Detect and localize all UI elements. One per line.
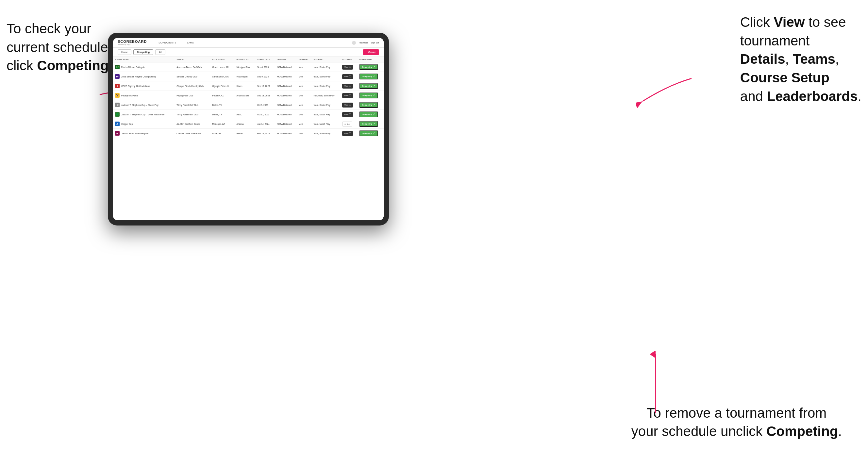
division-cell: NCAA Division I [275,91,297,100]
actions-cell: View ⓘ [340,91,357,100]
hosted-by-cell: Arizona [234,119,255,129]
col-scoring: SCORING [312,57,341,62]
tournaments-table: EVENT NAME VENUE CITY, STATE HOSTED BY S… [113,57,384,138]
nav-tournaments[interactable]: TOURNAMENTS [156,40,178,45]
col-actions: ACTIONS [340,57,357,62]
competing-badge[interactable]: Competing ✓ [359,83,378,89]
actions-cell: View ⓘ [340,82,357,91]
gender-cell: Men [297,110,312,119]
view-button[interactable]: View ⓘ [342,103,353,107]
table-container: EVENT NAME VENUE CITY, STATE HOSTED BY S… [113,57,384,220]
filter-all-button[interactable]: All [155,49,165,55]
view-button[interactable]: View ⓘ [342,131,353,136]
city-state-cell: Maricopa, AZ [211,119,235,129]
school-logo: 🌲 [115,112,120,117]
table-row: W2023 Sahalee Players ChampionshipSahale… [113,72,384,82]
competing-badge[interactable]: Competing ✓ [359,130,378,136]
table-row: ACopper CupAk-Chin Southern DunesMaricop… [113,119,384,129]
event-name: Jackson T. Stephens Cup – Men's Match Pl… [121,114,164,116]
scoring-cell: team, Stroke Play [312,129,341,138]
start-date-cell: Sep 15, 2023 [255,82,275,91]
event-name-cell: 🐉Folds of Honor Collegiate [113,62,175,72]
city-state-cell: Sammamish, WA [211,72,235,82]
gender-cell: Men [297,100,312,110]
scoring-cell: team, Match Play [312,110,341,119]
table-body: 🐉Folds of Honor CollegiateAmerican Dunes… [113,62,384,138]
event-name-cell: W2023 Sahalee Players Championship [113,72,175,82]
division-cell: NCAA Division I [275,82,297,91]
actions-cell: View ⓘ [340,62,357,72]
logo-subtitle: Powered by clippi [118,43,147,45]
actions-cell: View ⓘ [340,110,357,119]
competing-badge[interactable]: Competing ✓ [359,102,378,108]
navbar: SCOREBOARD Powered by clippi TOURNAMENTS… [113,38,384,48]
competing-badge[interactable]: Competing ✓ [359,64,378,70]
view-button[interactable]: View ⓘ [342,65,353,70]
competing-badge[interactable]: Competing ✓ [359,112,378,117]
create-button[interactable]: + Create [363,49,379,55]
event-name-cell: IOFCC Fighting Illini Invitational [113,82,175,91]
gender-cell: Men [297,72,312,82]
user-name: Test User [359,41,368,44]
filter-bar: Home Competing All + Create [113,48,384,57]
col-hosted-by: HOSTED BY [234,57,255,62]
event-name-cell: ACopper Cup [113,119,175,129]
start-date-cell: Sep 18, 2023 [255,91,275,100]
venue-cell: Ak-Chin Southern Dunes [175,119,210,129]
competing-badge[interactable]: Competing ✓ [359,73,378,80]
competing-badge[interactable]: Competing ✓ [359,121,378,127]
user-icon [352,41,356,45]
event-name-cell: HJohn A. Burns Intercollegiate [113,129,175,138]
gender-cell: Men [297,119,312,129]
start-date-cell: Sep 4, 2023 [255,62,275,72]
view-button[interactable]: View ⓘ [342,74,353,79]
event-name: John A. Burns Intercollegiate [121,132,148,135]
sign-out-link[interactable]: Sign out [371,41,379,44]
event-name-cell: 🌲Jackson T. Stephens Cup – Men's Match P… [113,110,175,119]
edit-button[interactable]: ✏ Edit [342,122,352,126]
scoring-cell: individual, Stroke Play [312,91,341,100]
division-cell: NCAA Division I [275,119,297,129]
start-date-cell: Oct 9, 2023 [255,100,275,110]
actions-cell: View ⓘ [340,72,357,82]
scoring-cell: team, Stroke Play [312,100,341,110]
view-button[interactable]: View ⓘ [342,93,353,98]
competing-cell: Competing ✓ [357,110,384,119]
competing-cell: Competing ✓ [357,100,384,110]
start-date-cell: Feb 15, 2024 [255,129,275,138]
nav-teams[interactable]: TEAMS [184,40,195,45]
competing-cell: Competing ✓ [357,129,384,138]
col-venue: VENUE [175,57,210,62]
city-state-cell: Dallas, TX [211,100,235,110]
view-button[interactable]: View ⓘ [342,112,353,117]
scoring-cell: team, Stroke Play [312,82,341,91]
competing-cell: Competing ✓ [357,119,384,129]
event-name: OFCC Fighting Illini Invitational [121,85,150,87]
division-cell: NCAA Division I [275,100,297,110]
scoring-cell: team, Stroke Play [312,62,341,72]
nav-user: Test User Sign out [352,41,379,45]
hosted-by-cell: Washington [234,72,255,82]
scoreboard-logo: SCOREBOARD Powered by clippi [118,40,147,45]
hosted-by-cell: Hawaii [234,129,255,138]
venue-cell: Papago Golf Club [175,91,210,100]
competing-cell: Competing ✓ [357,62,384,72]
hosted-by-cell: ABAC [234,110,255,119]
col-city-state: CITY, STATE [211,57,235,62]
filter-competing-button[interactable]: Competing [133,49,153,55]
division-cell: NCAA Division I [275,129,297,138]
division-cell: NCAA Division I [275,72,297,82]
school-logo: A [115,122,120,126]
school-logo: W [115,74,120,79]
competing-badge[interactable]: Competing ✓ [359,92,378,98]
tablet-screen: SCOREBOARD Powered by clippi TOURNAMENTS… [113,38,384,220]
venue-cell: Olympia Fields Country Club [175,82,210,91]
actions-cell: View ⓘ [340,129,357,138]
filter-home-button[interactable]: Home [118,49,131,55]
event-name-cell: 🦅Papago Individual [113,91,175,100]
venue-cell: Sahalee Country Club [175,72,210,82]
gender-cell: Men [297,62,312,72]
venue-cell: Trinity Forest Golf Club [175,100,210,110]
gender-cell: Men [297,129,312,138]
view-button[interactable]: View ⓘ [342,84,353,89]
